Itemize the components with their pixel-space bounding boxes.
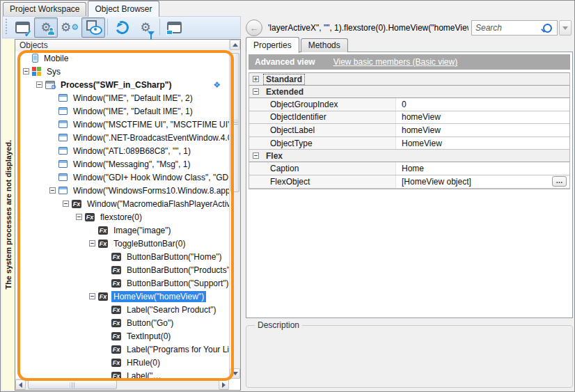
tree-expander-icon[interactable]: − [49,187,56,194]
property-group-header[interactable]: −Flex [249,149,569,162]
tree-item-label[interactable]: Image("image") [111,225,173,236]
search-input[interactable] [472,23,543,33]
tree-item-label[interactable]: Window("MacromediaFlashPlayerActiveX", [85,198,229,210]
tree-item[interactable]: −FxHomeView("homeView") [15,290,229,303]
tree-item-label[interactable]: ButtonBarButton("Home") [125,251,224,262]
tree-item-label[interactable]: Window("WindowsForms10.Window.8.app.0.2 [71,185,229,196]
tree-item[interactable]: −Fxflexstore(0) [15,210,229,224]
tree-item-label[interactable]: Window("IME", "Default IME", 2) [71,93,195,104]
tree-expander-icon[interactable]: − [63,201,69,207]
tree-expander-icon[interactable]: − [23,68,29,75]
tree-item-label[interactable]: ToggleButtonBar(0) [111,238,187,249]
search-icon[interactable] [543,24,552,33]
tree-item-label[interactable]: TextInput(0) [125,331,173,342]
cube-eye-button[interactable] [81,17,105,38]
tree-item-label[interactable]: Window("GDI+ Hook Window Class", "GDI+ W… [71,172,229,183]
tree-item-label[interactable]: Label("… [125,370,164,379]
tree-expander-icon[interactable]: − [76,214,82,220]
property-row[interactable]: CaptionHome [249,162,569,175]
tree-item-label[interactable]: Process("SWF_in_CSharp") [58,79,173,91]
tree-item-label[interactable]: HomeView("homeView") [111,291,206,302]
tree-item-label[interactable]: Window("IME", "Default IME", 1) [71,106,195,117]
tree-item[interactable]: Window("MSCTFIME UI", "MSCTFIME UI", 1) [15,118,229,131]
tab-project-workspace[interactable]: Project Workspace [3,2,86,16]
tree-vertical-scrollbar[interactable] [229,40,240,379]
tree-item[interactable]: Window("GDI+ Hook Window Class", "GDI+ W… [15,171,229,184]
scroll-down-button[interactable] [230,368,240,379]
scroll-left-button[interactable] [15,379,26,390]
tree-expander-icon[interactable]: − [36,81,42,88]
tree-item[interactable]: −FxToggleButtonBar(0) [15,237,229,250]
tree-item-label[interactable]: ButtonBarButton("Products") [125,265,229,276]
group-expander-icon[interactable]: + [253,76,259,82]
tree-item[interactable]: Window("Messaging", "Msg", 1) [15,157,229,171]
tree-item-label[interactable]: Window("ATL:089B68C8", "", 1) [71,146,193,157]
property-value[interactable]: homeView [396,125,441,135]
tree-item[interactable]: −FxWindow("MacromediaFlashPlayerActiveX"… [15,197,229,210]
property-value[interactable]: HomeView [396,139,442,148]
property-value[interactable]: Home [396,164,424,173]
tree-item-label[interactable]: ButtonBarButton("Support") [125,278,229,289]
property-group-header[interactable]: +Standard [249,72,569,86]
property-value[interactable]: homeView [396,112,441,122]
group-expander-icon[interactable]: − [253,152,259,159]
property-row[interactable]: ObjectIdentifierhomeView [249,111,569,125]
tree-item-label[interactable]: Label("Search Product") [125,304,219,315]
property-row[interactable]: ObjectLabelhomeView [249,124,569,137]
tree-item[interactable]: FxLabel("Programs for Your Lifest [15,343,229,356]
tree-item[interactable]: −Process("SWF_in_CSharp")❖ [15,78,229,91]
tree-item[interactable]: FxHRule(0) [15,356,229,369]
tree-item[interactable]: Window("IME", "Default IME", 1) [15,104,229,118]
basic-view-link[interactable]: View basic members (Basic view) [333,57,458,67]
tab-properties[interactable]: Properties [246,37,299,53]
tree-item-label[interactable]: Label("Programs for Your Lifest [125,344,229,355]
tree-expander-icon[interactable]: − [89,293,95,299]
tree-item[interactable]: Window("IME", "Default IME", 2) [15,91,229,104]
refresh-button[interactable] [110,17,134,38]
property-value[interactable]: 0 [396,100,407,109]
scroll-up-button[interactable] [230,40,240,50]
tree-item[interactable]: Window(".NET-BroadcastEventWindow.4.0.0.… [15,131,229,144]
tree-item[interactable]: FxButton("Go") [15,316,229,329]
tree-item[interactable]: Window("ATL:089B68C8", "", 1) [15,144,229,157]
toolbar-grip[interactable] [4,19,8,36]
property-row[interactable]: FlexObject[HomeView object]… [249,175,569,189]
tree-item-label[interactable]: Window("MSCTFIME UI", "MSCTFIME UI", 1) [71,119,229,130]
back-button[interactable]: ← [246,19,262,36]
tree-item[interactable]: FxLabel("… [15,369,229,379]
property-group-header[interactable]: −Extended [249,85,569,98]
search-dropdown-button[interactable] [559,20,572,36]
tree-item[interactable]: −Sys [15,65,229,78]
tree-item[interactable]: Mobile [15,52,229,65]
tree-item-label[interactable]: HRule(0) [125,357,162,368]
ellipsis-button[interactable]: … [552,176,567,187]
tree-item[interactable]: −Window("WindowsForms10.Window.8.app.0.2 [15,184,229,197]
tree-item-label[interactable]: Window(".NET-BroadcastEventWindow.4.0.0.… [71,132,229,143]
tree-item-label[interactable]: Sys [45,66,63,77]
window-check-button[interactable]: ✓ [10,17,34,38]
scroll-right-button[interactable] [219,379,229,390]
tree-item[interactable]: FxButtonBarButton("Support") [15,276,229,290]
tree-horizontal-scrollbar[interactable] [15,379,229,390]
tree-item[interactable]: FxImage("image") [15,224,229,237]
tree-item[interactable]: FxButtonBarButton("Home") [15,250,229,263]
tree-item-label[interactable]: Mobile [42,53,70,64]
property-row[interactable]: ObjectGroupIndex0 [249,98,569,111]
group-expander-icon[interactable]: − [253,88,259,95]
gear-user-button[interactable]: ⚙ [34,17,58,38]
vertical-scroll-thumb[interactable] [230,53,239,192]
tree-item[interactable]: FxButtonBarButton("Products") [15,263,229,276]
gears-button[interactable]: ⚙⚙ [58,17,81,38]
tree-item[interactable]: FxTextInput(0) [15,329,229,343]
tree-item-label[interactable]: Window("Messaging", "Msg", 1) [71,159,192,170]
property-row[interactable]: ObjectTypeHomeView [249,137,569,150]
window-panel-button[interactable] [162,17,186,38]
tab-object-browser[interactable]: Object Browser [88,1,159,17]
horizontal-scroll-thumb[interactable] [28,380,117,389]
tab-methods[interactable]: Methods [301,38,348,52]
property-value[interactable]: [HomeView object] [396,177,471,187]
tree-item-label[interactable]: flexstore(0) [98,212,144,223]
tree-expander-icon[interactable]: − [89,240,95,246]
gear-filter-button[interactable]: ⚙ [134,17,157,38]
tree-item-label[interactable]: Button("Go") [125,317,175,329]
